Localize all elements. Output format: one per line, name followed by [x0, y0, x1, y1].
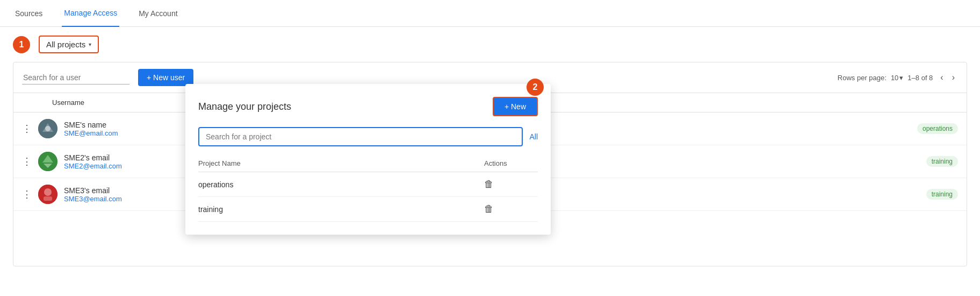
all-projects-dropdown[interactable]: All projects ▾	[39, 36, 99, 53]
modal-all-link[interactable]: All	[529, 132, 538, 141]
project-name: operations	[198, 180, 484, 189]
top-navigation: Sources Manage Access My Account	[0, 0, 980, 27]
modal-table-header: Project Name Actions	[198, 155, 538, 172]
manage-projects-modal: Manage your projects + New All Project N…	[185, 84, 551, 235]
step-1-badge: 1	[13, 36, 30, 53]
modal-col-actions-header: Actions	[484, 159, 538, 167]
projects-header: 1 All projects ▾	[13, 36, 967, 53]
modal-title: Manage your projects	[198, 101, 291, 112]
modal-new-button-label: + New	[505, 102, 526, 111]
all-projects-label: All projects	[46, 40, 85, 49]
modal-overlay: 2 Manage your projects + New All Project…	[13, 62, 967, 266]
project-name: training	[198, 205, 484, 214]
modal-header: Manage your projects + New	[198, 97, 538, 116]
modal-action-col: 🗑	[484, 179, 538, 190]
modal-table-row: training 🗑	[198, 197, 538, 222]
modal-action-col: 🗑	[484, 203, 538, 215]
search-project-input[interactable]	[198, 127, 523, 146]
table-container: + New user Rows per page: 10 ▾ 1–8 of 8 …	[13, 62, 967, 266]
main-content: 1 All projects ▾ + New user Rows per pag…	[0, 27, 980, 275]
delete-project-icon[interactable]: 🗑	[484, 203, 494, 215]
step-2-badge: 2	[527, 79, 544, 96]
modal-col-project-name-header: Project Name	[198, 159, 484, 167]
modal-new-button[interactable]: + New	[493, 97, 538, 116]
modal-search-row: All	[198, 127, 538, 146]
nav-my-account[interactable]: My Account	[136, 0, 179, 27]
modal-table-row: operations 🗑	[198, 172, 538, 197]
nav-manage-access[interactable]: Manage Access	[62, 0, 119, 27]
nav-sources[interactable]: Sources	[13, 0, 45, 27]
chevron-down-icon: ▾	[89, 41, 91, 47]
delete-project-icon[interactable]: 🗑	[484, 179, 494, 190]
